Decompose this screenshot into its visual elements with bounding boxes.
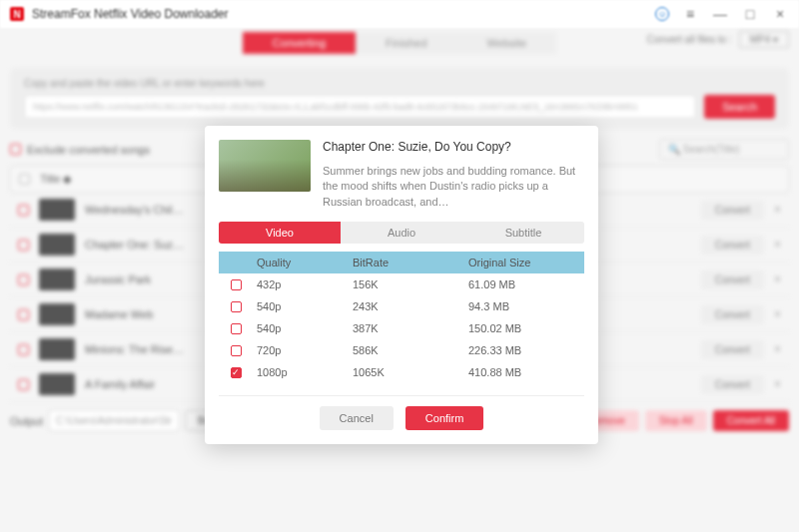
title-column-header[interactable]: Title ◆: [40, 173, 71, 186]
tab-subtitle[interactable]: Subtitle: [462, 222, 584, 244]
titlebar: N StreamFox Netflix Video Downloader ☺ ≡…: [0, 0, 799, 28]
row-thumbnail: [39, 303, 75, 325]
maximize-icon[interactable]: □: [741, 5, 759, 23]
row-remove-icon[interactable]: ×: [774, 203, 781, 217]
row-checkbox[interactable]: [18, 205, 29, 216]
quality-value: 1080p: [253, 366, 353, 378]
output-path-input[interactable]: [49, 410, 179, 431]
tab-video[interactable]: Video: [219, 222, 341, 244]
row-convert-button[interactable]: Convert: [701, 375, 764, 394]
menu-icon[interactable]: ≡: [681, 5, 699, 23]
title-search-input[interactable]: 🔍 Search(Title): [659, 139, 789, 160]
tab-website[interactable]: Website: [457, 32, 557, 54]
quality-checkbox[interactable]: [231, 323, 242, 334]
episode-thumbnail: [219, 140, 311, 192]
episode-title: Chapter One: Suzie, Do You Copy?: [323, 140, 584, 154]
size-value: 226.33 MB: [468, 344, 584, 356]
episode-description: Summer brings new jobs and budding roman…: [323, 164, 584, 210]
quality-row[interactable]: 432p 156K 61.09 MB: [219, 273, 584, 295]
row-thumbnail: [39, 338, 75, 360]
bitrate-value: 1065K: [353, 366, 468, 378]
row-convert-button[interactable]: Convert: [701, 201, 764, 220]
row-checkbox[interactable]: [18, 240, 29, 251]
quality-checkbox[interactable]: [231, 367, 242, 378]
url-hint: Copy and paste the video URL or enter ke…: [24, 78, 775, 89]
size-header: Original Size: [468, 257, 584, 268]
quality-row[interactable]: 1080p 1065K 410.88 MB: [219, 361, 584, 383]
quality-table-header: Quality BitRate Original Size: [219, 252, 584, 273]
row-thumbnail: [39, 234, 75, 256]
row-remove-icon[interactable]: ×: [774, 377, 781, 391]
quality-row[interactable]: 540p 387K 150.02 MB: [219, 317, 584, 339]
minimize-icon[interactable]: —: [711, 5, 729, 23]
tab-converting[interactable]: Converting: [243, 32, 356, 54]
modal-tabs: Video Audio Subtitle: [219, 222, 584, 244]
size-value: 150.02 MB: [468, 322, 584, 334]
modal-actions: Cancel Confirm: [219, 406, 584, 430]
quality-checkbox[interactable]: [231, 301, 242, 312]
url-input[interactable]: [24, 95, 696, 119]
convert-all-label: Convert all files to :: [647, 34, 732, 45]
convert-all-format: Convert all files to : MP4 ▾: [647, 34, 789, 45]
account-icon[interactable]: ☺: [655, 7, 669, 21]
row-checkbox[interactable]: [18, 379, 29, 390]
quality-row[interactable]: 540p 243K 94.3 MB: [219, 295, 584, 317]
convert-all-select[interactable]: MP4 ▾: [739, 31, 789, 48]
exclude-label: Exclude converted songs: [27, 144, 150, 156]
row-convert-button[interactable]: Convert: [701, 236, 764, 255]
bitrate-value: 243K: [353, 300, 468, 312]
bitrate-value: 586K: [353, 344, 468, 356]
confirm-button[interactable]: Confirm: [405, 406, 484, 430]
row-convert-button[interactable]: Convert: [701, 340, 764, 359]
output-label: Output: [10, 415, 43, 427]
row-checkbox[interactable]: [18, 344, 29, 355]
row-remove-icon[interactable]: ×: [774, 272, 781, 286]
tab-finished[interactable]: Finished: [356, 32, 457, 54]
row-remove-icon[interactable]: ×: [774, 307, 781, 321]
close-icon[interactable]: ×: [771, 5, 789, 23]
row-thumbnail: [39, 199, 75, 221]
stop-all-button[interactable]: Stop All: [645, 410, 707, 431]
size-value: 94.3 MB: [468, 300, 584, 312]
quality-value: 720p: [253, 344, 353, 356]
bitrate-value: 387K: [353, 322, 468, 334]
app-title: StreamFox Netflix Video Downloader: [32, 7, 229, 21]
quality-header: Quality: [253, 257, 353, 268]
row-remove-icon[interactable]: ×: [774, 238, 781, 252]
size-value: 410.88 MB: [468, 366, 584, 378]
quality-checkbox[interactable]: [231, 345, 242, 356]
row-thumbnail: [39, 373, 75, 395]
quality-row[interactable]: 720p 586K 226.33 MB: [219, 339, 584, 361]
quality-checkbox[interactable]: [231, 279, 242, 290]
quality-value: 540p: [253, 300, 353, 312]
quality-select-modal: Chapter One: Suzie, Do You Copy? Summer …: [205, 126, 598, 444]
quality-value: 432p: [253, 278, 353, 290]
row-convert-button[interactable]: Convert: [701, 305, 764, 324]
bitrate-header: BitRate: [353, 257, 468, 268]
bitrate-value: 156K: [353, 278, 468, 290]
cancel-button[interactable]: Cancel: [320, 406, 394, 430]
row-checkbox[interactable]: [18, 309, 29, 320]
select-all-checkbox[interactable]: [19, 174, 30, 185]
size-value: 61.09 MB: [468, 278, 584, 290]
convert-all-button[interactable]: Convert All: [713, 410, 789, 431]
search-button[interactable]: Search: [704, 95, 775, 119]
app-logo-icon: N: [10, 7, 24, 21]
row-remove-icon[interactable]: ×: [774, 342, 781, 356]
exclude-checkbox[interactable]: [10, 144, 21, 155]
row-convert-button[interactable]: Convert: [701, 270, 764, 289]
row-thumbnail: [39, 268, 75, 290]
tab-audio[interactable]: Audio: [341, 222, 462, 244]
quality-value: 540p: [253, 322, 353, 334]
row-checkbox[interactable]: [18, 274, 29, 285]
url-search-panel: Copy and paste the video URL or enter ke…: [10, 68, 789, 129]
